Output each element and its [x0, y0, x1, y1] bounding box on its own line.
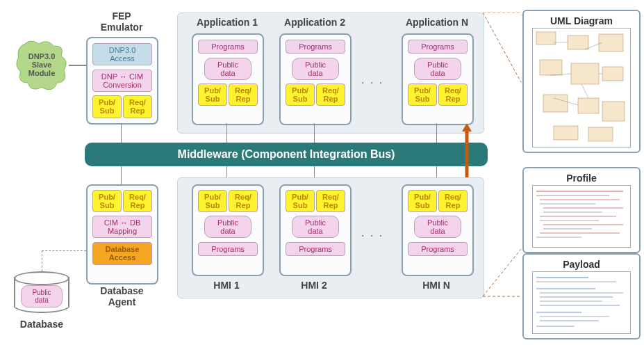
- hmi1-box: Pub/ Sub Req/ Rep Public data Programs: [192, 184, 264, 276]
- database-cylinder: Public data: [14, 271, 69, 313]
- svg-rect-11: [602, 102, 625, 121]
- svg-line-45: [483, 13, 521, 82]
- hmi2-box: Pub/ Sub Req/ Rep Public data Programs: [279, 184, 352, 276]
- svg-rect-9: [543, 95, 568, 112]
- hmin-programs: Programs: [408, 242, 468, 256]
- svg-rect-12: [554, 126, 578, 140]
- bracket-lines: [483, 13, 523, 298]
- uml-panel: UML Diagram: [522, 10, 641, 153]
- hmin-reqrep: Req/ Rep: [438, 190, 468, 212]
- app2-reqrep: Req/ Rep: [316, 83, 345, 106]
- dnp-cim-conversion: DNP ↔ CIM Conversion: [92, 70, 152, 92]
- hmi1-reqrep: Req/ Rep: [229, 190, 258, 212]
- database-publicdata: Public data: [21, 285, 63, 307]
- dnp-slave-label: DNP3.0 Slave Module: [10, 52, 73, 77]
- hmi2-reqrep: Req/ Rep: [316, 190, 345, 212]
- dnp-slave-module: DNP3.0 Slave Module: [10, 38, 73, 94]
- svg-rect-13: [588, 127, 613, 141]
- svg-rect-10: [578, 98, 599, 113]
- payload-title: Payload: [528, 259, 635, 270]
- profile-title: Profile: [528, 173, 635, 184]
- app2-programs: Programs: [286, 40, 345, 54]
- hmin-box: Pub/ Sub Req/ Rep Public data Programs: [402, 184, 474, 276]
- conn-bus-dbagent: [121, 166, 122, 186]
- app1-pubsub: Pub/ Sub: [198, 83, 227, 106]
- fep-emulator-box: DNP3.0 Access DNP ↔ CIM Conversion Pub/ …: [86, 37, 158, 125]
- conn-app1-bus: [226, 123, 227, 143]
- dbagent-cimdb: CIM ↔ DB Mapping: [92, 216, 152, 238]
- svg-line-19: [581, 84, 588, 98]
- svg-rect-7: [571, 63, 599, 84]
- hmi1-title: HMI 1: [192, 280, 261, 291]
- database-title: Database: [14, 319, 69, 330]
- app2-pubsub: Pub/ Sub: [286, 83, 315, 106]
- ellipsis-apps: · · ·: [361, 77, 383, 89]
- app2-title: Application 2: [276, 17, 353, 28]
- profile-thumbnail: [532, 185, 631, 248]
- hmi2-publicdata: Public data: [292, 216, 339, 238]
- dbagent-pubsub: Pub/ Sub: [92, 190, 122, 212]
- svg-rect-6: [540, 60, 562, 75]
- connector-dnp-fep: [69, 65, 86, 66]
- appn-pubsub: Pub/ Sub: [408, 83, 437, 106]
- svg-line-46: [483, 249, 521, 296]
- app2-box: Programs Public data Pub/ Sub Req/ Rep: [279, 33, 352, 125]
- svg-rect-3: [536, 32, 556, 45]
- hmin-title: HMI N: [402, 280, 471, 291]
- app1-publicdata: Public data: [204, 58, 251, 80]
- conn-db-h: [42, 250, 86, 251]
- hmi1-programs: Programs: [198, 242, 258, 256]
- payload-thumbnail: [532, 271, 631, 334]
- appn-box: Programs Public data Pub/ Sub Req/ Rep: [402, 33, 474, 125]
- dbagent-dbaccess: Database Access: [92, 242, 152, 264]
- uml-thumbnail: [532, 28, 631, 147]
- appn-publicdata: Public data: [414, 58, 461, 80]
- hmi2-pubsub: Pub/ Sub: [286, 190, 315, 212]
- fep-pubsub: Pub/ Sub: [92, 95, 122, 118]
- dbagent-title: Database Agent: [89, 285, 155, 307]
- app1-box: Programs Public data Pub/ Sub Req/ Rep: [192, 33, 264, 125]
- svg-rect-5: [599, 34, 623, 51]
- appn-title: Application N: [399, 17, 475, 28]
- conn-db-v: [42, 250, 42, 271]
- fep-reqrep: Req/ Rep: [123, 95, 152, 118]
- hmi2-title: HMI 2: [279, 280, 349, 291]
- dbagent-reqrep: Req/ Rep: [123, 190, 152, 212]
- app2-publicdata: Public data: [292, 58, 339, 80]
- appn-programs: Programs: [408, 40, 468, 54]
- fep-title: FEP Emulator: [87, 10, 156, 33]
- app1-reqrep: Req/ Rep: [229, 83, 258, 106]
- svg-rect-4: [568, 35, 588, 49]
- appn-reqrep: Req/ Rep: [438, 83, 468, 106]
- uml-title: UML Diagram: [528, 15, 635, 26]
- hmi1-publicdata: Public data: [204, 216, 251, 238]
- app1-programs: Programs: [198, 40, 258, 54]
- hmi1-pubsub: Pub/ Sub: [198, 190, 227, 212]
- conn-app2-bus: [314, 123, 315, 143]
- conn-appn-bus: [436, 123, 437, 143]
- svg-marker-1: [462, 123, 472, 131]
- middleware-bus: Middleware (Component Integration Bus): [85, 143, 488, 166]
- dbagent-box: Pub/ Sub Req/ Rep CIM ↔ DB Mapping Datab…: [86, 184, 158, 285]
- svg-rect-8: [602, 67, 623, 81]
- hmi2-programs: Programs: [286, 242, 345, 256]
- profile-panel: Profile: [522, 167, 641, 253]
- dnp-access: DNP3.0 Access: [92, 43, 152, 65]
- app1-title: Application 1: [189, 17, 265, 28]
- payload-panel: Payload: [522, 253, 641, 339]
- hmin-pubsub: Pub/ Sub: [408, 190, 437, 212]
- bus-bidirectional-arrow: [460, 123, 474, 186]
- conn-fep-bus: [121, 123, 122, 143]
- ellipsis-hmi: · · ·: [361, 230, 383, 242]
- hmin-publicdata: Public data: [414, 216, 461, 238]
